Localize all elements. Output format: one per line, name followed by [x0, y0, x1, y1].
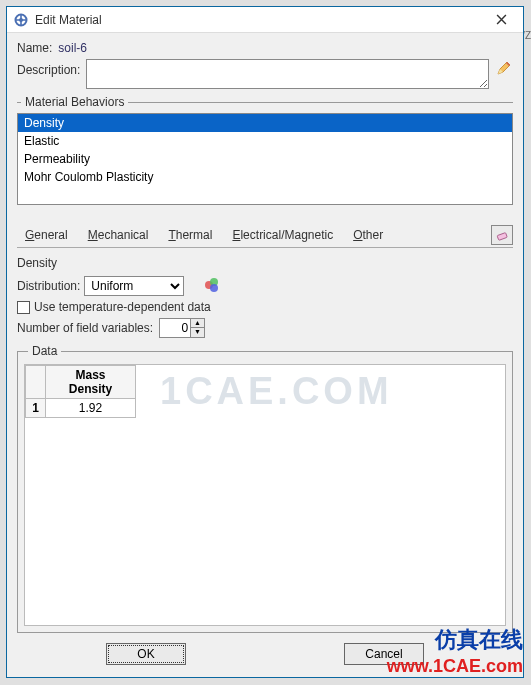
distribution-select[interactable]: Uniform	[84, 276, 184, 296]
nfv-down[interactable]: ▼	[191, 328, 204, 337]
edit-description-button[interactable]	[495, 59, 513, 77]
eraser-icon	[495, 228, 509, 242]
row-header-blank	[26, 366, 46, 399]
name-value: soil-6	[58, 41, 87, 55]
category-tabbar: General Mechanical Thermal Electrical/Ma…	[17, 223, 513, 248]
nfv-up[interactable]: ▲	[191, 319, 204, 328]
behavior-item-mohr[interactable]: Mohr Coulomb Plasticity	[18, 168, 512, 186]
tab-electrical[interactable]: Electrical/Magnetic	[224, 226, 341, 244]
distribution-row: Distribution: Uniform	[17, 276, 513, 296]
app-icon	[13, 12, 29, 28]
distribution-label: Distribution:	[17, 279, 80, 293]
edit-material-dialog: Edit Material Name: soil-6 Description:	[6, 6, 524, 678]
nfv-spinner[interactable]: ▲ ▼	[159, 318, 205, 338]
cancel-button[interactable]: Cancel	[344, 643, 424, 665]
behavior-item-density[interactable]: Density	[18, 114, 512, 132]
description-label: Description:	[17, 59, 80, 77]
close-icon	[496, 14, 507, 25]
temp-dep-checkbox[interactable]	[17, 301, 30, 314]
data-group: Data MassDensity 1 1.92	[17, 344, 513, 633]
description-input[interactable]	[86, 59, 489, 89]
tab-general[interactable]: General	[17, 226, 76, 244]
nfv-label: Number of field variables:	[17, 321, 153, 335]
svg-point-5	[210, 284, 218, 292]
material-behaviors-legend: Material Behaviors	[21, 95, 128, 109]
behavior-list[interactable]: Density Elastic Permeability Mohr Coulom…	[17, 113, 513, 205]
tab-other[interactable]: Other	[345, 226, 391, 244]
svg-point-1	[19, 18, 23, 22]
data-legend: Data	[28, 344, 61, 358]
titlebar: Edit Material	[7, 7, 523, 33]
material-behaviors-group: Material Behaviors Density Elastic Perme…	[17, 95, 513, 211]
data-table-wrap[interactable]: MassDensity 1 1.92	[24, 364, 506, 626]
name-row: Name: soil-6	[17, 41, 513, 55]
close-button[interactable]	[481, 8, 521, 32]
dialog-content: Name: soil-6 Description: Material Behav…	[7, 33, 523, 677]
row-number[interactable]: 1	[26, 399, 46, 418]
cell-mass-density[interactable]: 1.92	[46, 399, 136, 418]
name-label: Name:	[17, 41, 52, 55]
button-bar: OK Cancel	[17, 637, 513, 671]
behavior-item-elastic[interactable]: Elastic	[18, 132, 512, 150]
spectrum-icon	[204, 277, 220, 293]
col-header-mass-density[interactable]: MassDensity	[46, 366, 136, 399]
nfv-input[interactable]	[160, 321, 190, 335]
tab-mechanical[interactable]: Mechanical	[80, 226, 157, 244]
data-table: MassDensity 1 1.92	[25, 365, 136, 418]
description-row: Description:	[17, 59, 513, 89]
table-row: 1 1.92	[26, 399, 136, 418]
density-section-header: Density	[17, 256, 513, 270]
pencil-icon	[496, 60, 512, 76]
temp-dep-row: Use temperature-dependent data	[17, 300, 513, 314]
temp-dep-label: Use temperature-dependent data	[34, 300, 211, 314]
behavior-item-permeability[interactable]: Permeability	[18, 150, 512, 168]
window-title: Edit Material	[35, 13, 481, 27]
tab-thermal[interactable]: Thermal	[160, 226, 220, 244]
ok-button[interactable]: OK	[106, 643, 186, 665]
nfv-row: Number of field variables: ▲ ▼	[17, 318, 513, 338]
delete-behavior-button[interactable]	[491, 225, 513, 245]
field-button[interactable]	[204, 277, 220, 296]
svg-rect-2	[497, 233, 507, 241]
